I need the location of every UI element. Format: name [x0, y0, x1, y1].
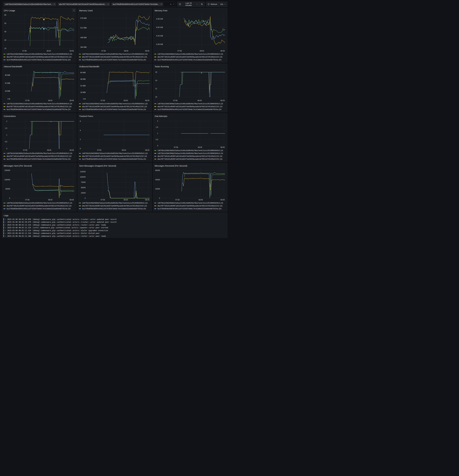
chart-area[interactable]: 0 B16 MiB32 MiB48 MiB07:5508:0008:05: [3, 68, 75, 102]
svg-text:16: 16: [155, 71, 157, 73]
legend-item[interactable]: fac3795dff39e58904c94511e57425057bfe6c74…: [3, 108, 75, 111]
legend-item[interactable]: fac3795dff39e58904c94511e57425057bfe6c74…: [154, 58, 226, 61]
legend-item[interactable]: 1d675b2d1fb82688d23a5ea10c69cd3d6549a78b…: [3, 152, 75, 155]
legend-item[interactable]: dba76f77d5181ef83f67a92262a6307def3609ac…: [154, 56, 226, 58]
chart-area[interactable]: 05000010000015000007:5508:0008:05: [3, 167, 75, 201]
log-row[interactable]: >2025-03-06 08:02:12.324[debug]commonwar…: [3, 223, 226, 226]
panel-sent-messages-dropped-per-second: Sent Messages Dropped (Per Second)025000…: [78, 163, 152, 212]
chart-area[interactable]: 00.511.5207:5508:0008:05: [3, 118, 75, 152]
series-swatch: [3, 156, 5, 156]
legend-item[interactable]: fac3795dff39e58904c94511e57425057bfe6c74…: [79, 58, 151, 61]
legend-item[interactable]: dba76f77d5181ef83f67a92262a6307def3609ac…: [79, 56, 151, 58]
legend-item[interactable]: 1d675b2d1fb82688d23a5ea10c69cd3d6549a78b…: [154, 152, 226, 155]
filter-tag[interactable]: 1d675b2d1fb82688d23a5ea10c69cd3d6549a78b…: [3, 2, 56, 6]
log-row[interactable]: >2025-03-06 08:02:12.324[info]commonware…: [3, 226, 226, 229]
close-icon[interactable]: ×: [161, 3, 162, 5]
log-row[interactable]: >2025-03-06 08:02:30.079[debug]commonwar…: [3, 221, 226, 224]
legend-item[interactable]: 1d675b2d1fb82688d23a5ea10c69cd3d6549a78b…: [3, 202, 75, 204]
log-timestamp: 2025-03-06 08:02:12.324: [7, 230, 31, 231]
chart-area[interactable]: 384 MiB448 MiB512 MiB576 MiB07:5508:0008…: [79, 12, 151, 52]
legend-item[interactable]: fac3795dff39e58904c94511e57425057bfe6c74…: [79, 158, 151, 161]
legend-item[interactable]: 1d675b2d1fb82688d23a5ea10c69cd3d6549a78b…: [154, 102, 226, 105]
chart-area[interactable]: 00.511.5207:5508:0008:05: [154, 118, 226, 149]
close-icon[interactable]: ×: [107, 3, 109, 5]
svg-text:07:55: 07:55: [25, 100, 29, 102]
legend-item[interactable]: fac3795dff39e58904c94511e57425057bfe6c74…: [3, 158, 75, 161]
refresh-interval-picker[interactable]: 10s: [219, 2, 227, 7]
chart-area[interactable]: 024607:5508:0008:05: [79, 118, 151, 152]
log-line: 2025-03-06 08:02:12.286[debug]commonware…: [7, 235, 106, 237]
chevron-down-icon[interactable]: [173, 3, 174, 5]
legend-item[interactable]: fac3795dff39e58904c94511e57425057bfe6c74…: [3, 207, 75, 210]
clear-filters-icon[interactable]: ×: [170, 3, 171, 5]
legend-item[interactable]: 1d675b2d1fb82688d23a5ea10c69cd3d6549a78b…: [79, 53, 151, 56]
legend-item[interactable]: 1d675b2d1fb82688d23a5ea10c69cd3d6549a78b…: [154, 149, 226, 152]
log-expand-icon[interactable]: >: [5, 235, 6, 237]
legend-item[interactable]: fac3795dff39e58904c94511e57425057bfe6c74…: [154, 207, 226, 210]
log-expand-icon[interactable]: >: [5, 221, 6, 223]
legend-item[interactable]: 1d675b2d1fb82688d23a5ea10c69cd3d6549a78b…: [3, 53, 75, 56]
legend-item[interactable]: fac3795dff39e58904c94511e57425057bfe6c74…: [154, 108, 226, 111]
zoom-out-button[interactable]: [199, 2, 204, 7]
legend-item[interactable]: dba76f77d5181ef83f67a92262a6307def3609ac…: [154, 158, 226, 161]
panel-menu-kebab-icon[interactable]: [72, 8, 76, 12]
filter-tag[interactable]: dba76f77d5181ef83f67a92262a6307def3609ac…: [58, 2, 110, 6]
svg-text:6.56 GiB: 6.56 GiB: [156, 18, 163, 20]
svg-text:08:00: 08:00: [124, 50, 128, 52]
legend-item[interactable]: dba76f77d5181ef83f67a92262a6307def3609ac…: [154, 105, 226, 108]
log-expand-icon[interactable]: >: [5, 230, 6, 231]
legend: 1d675b2d1fb82688d23a5ea10c69cd3d6549a78b…: [3, 52, 75, 61]
log-level: [debug]: [33, 224, 40, 226]
svg-text:576 MiB: 576 MiB: [80, 17, 87, 19]
log-row[interactable]: >2025-03-06 08:02:12.286[debug]commonwar…: [3, 235, 226, 237]
legend-item[interactable]: dba76f77d5181ef83f67a92262a6307def3609ac…: [154, 204, 226, 207]
filter-tag[interactable]: fac3795dff39e58904c94511e57425057bfe6c74…: [111, 2, 163, 6]
log-message: commonware_p2p::authenticated::actors::s…: [40, 227, 108, 229]
svg-text:16 MiB: 16 MiB: [5, 90, 10, 92]
log-line: 2025-03-06 08:02:30.079[debug]commonware…: [7, 221, 116, 223]
legend-item[interactable]: dba76f77d5181ef83f67a92262a6307def3609ac…: [79, 105, 151, 108]
chart-area[interactable]: 1012141607:5508:0008:05: [154, 68, 226, 102]
legend-item[interactable]: dba76f77d5181ef83f67a92262a6307def3609ac…: [3, 56, 75, 58]
legend-item[interactable]: fac3795dff39e58904c94511e57425057bfe6c74…: [79, 207, 151, 210]
log-expand-icon[interactable]: >: [5, 224, 6, 226]
svg-text:08:00: 08:00: [198, 146, 202, 148]
chart-area[interactable]: 020000400006000007:5508:0008:05: [154, 167, 226, 201]
svg-text:07:55: 07:55: [22, 50, 26, 52]
legend-item[interactable]: fac3795dff39e58904c94511e57425057bfe6c74…: [3, 58, 75, 61]
log-expand-icon[interactable]: >: [5, 232, 6, 234]
chart-area[interactable]: 0 B16 MiB32 MiB48 MiB64 MiB07:5508:0008:…: [79, 68, 151, 102]
legend-item[interactable]: 1d675b2d1fb82688d23a5ea10c69cd3d6549a78b…: [154, 53, 226, 56]
legend-item[interactable]: dba76f77d5181ef83f67a92262a6307def3609ac…: [3, 155, 75, 158]
log-expand-icon[interactable]: >: [5, 227, 6, 229]
legend-item[interactable]: dba76f77d5181ef83f67a92262a6307def3609ac…: [79, 155, 151, 158]
chart-area[interactable]: 025000500007500010000012500007:5508:0008…: [79, 167, 151, 201]
series-swatch: [154, 103, 156, 104]
legend-item[interactable]: 1d675b2d1fb82688d23a5ea10c69cd3d6549a78b…: [79, 102, 151, 105]
legend-item[interactable]: dba76f77d5181ef83f67a92262a6307def3609ac…: [3, 105, 75, 108]
time-range-picker[interactable]: Last 15 minutes: [177, 2, 199, 7]
legend-item[interactable]: dba76f77d5181ef83f67a92262a6307def3609ac…: [154, 155, 226, 158]
chart-area[interactable]: 203040506007:5508:0008:05: [3, 12, 75, 52]
log-level-bar: [3, 218, 4, 221]
legend-item[interactable]: 1d675b2d1fb82688d23a5ea10c69cd3d6549a78b…: [79, 202, 151, 204]
legend-item[interactable]: 1d675b2d1fb82688d23a5ea10c69cd3d6549a78b…: [3, 102, 75, 105]
series-swatch: [3, 153, 5, 154]
series-label: 1d675b2d1fb82688d23a5ea10c69cd3d6549a78b…: [82, 152, 148, 154]
log-row[interactable]: >2025-03-06 08:02:34.950[debug]commonwar…: [3, 218, 226, 221]
legend: 1d675b2d1fb82688d23a5ea10c69cd3d6549a78b…: [79, 52, 151, 61]
series-swatch: [3, 57, 5, 57]
legend-item[interactable]: dba76f77d5181ef83f67a92262a6307def3609ac…: [3, 204, 75, 207]
log-expand-icon[interactable]: >: [5, 218, 6, 220]
log-message: commonware_p2p::authenticated::actors::t…: [41, 218, 116, 220]
legend-item[interactable]: 1d675b2d1fb82688d23a5ea10c69cd3d6549a78b…: [79, 152, 151, 155]
log-message: commonware_p2p::authenticated::actors::t…: [41, 221, 116, 223]
legend-item[interactable]: dba76f77d5181ef83f67a92262a6307def3609ac…: [79, 204, 151, 207]
legend-item[interactable]: 1d675b2d1fb82688d23a5ea10c69cd3d6549a78b…: [154, 202, 226, 204]
refresh-button[interactable]: Refresh: [206, 2, 219, 7]
close-icon[interactable]: ×: [54, 3, 55, 5]
log-row[interactable]: >2025-03-06 08:02:12.324[debug]commonwar…: [3, 232, 226, 235]
legend-item[interactable]: fac3795dff39e58904c94511e57425057bfe6c74…: [79, 108, 151, 111]
log-row[interactable]: >2025-03-06 08:02:12.324[debug]commonwar…: [3, 229, 226, 232]
chart-area[interactable]: 6.38 GiB6.44 GiB6.50 GiB6.56 GiB07:5508:…: [154, 12, 226, 52]
